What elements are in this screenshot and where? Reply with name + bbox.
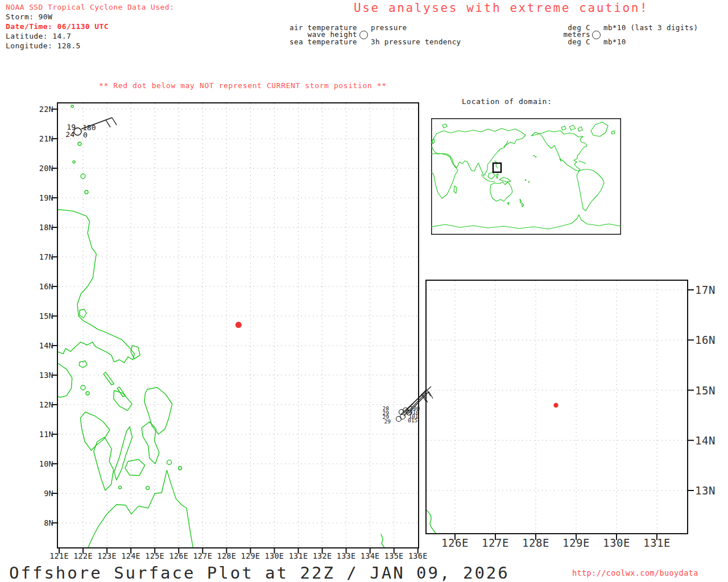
palau-coast [381, 534, 385, 548]
philippines-coastlines [57, 105, 385, 548]
x-tick-label: 132E [310, 551, 335, 560]
source-url: http://coolwx.com/buoydata [572, 568, 698, 577]
noaa-info-block: NOAA SSD Tropical Cyclone Data Used:Stor… [6, 2, 174, 51]
mindanao-coast [88, 470, 193, 548]
zoom-inset-ticks [455, 290, 694, 540]
noaa-info-line-4: Longitude: 128.5 [6, 41, 174, 51]
y-tick-label: 9N [33, 489, 53, 498]
x-tick-label: 128E [214, 551, 239, 560]
luzon-coast [57, 210, 134, 363]
storm-dot-main [235, 322, 242, 328]
islet [81, 174, 85, 178]
svg-text:29: 29 [384, 418, 391, 425]
y-tick-label: 8N [33, 518, 53, 527]
x-tick-label: 134E [358, 551, 383, 560]
zoom-storm-dot-layer [553, 403, 558, 408]
zoom-x-tick-label: 126E [437, 537, 473, 549]
y-tick-label: 10N [33, 459, 53, 468]
y-tick-label: 17N [33, 252, 53, 261]
y-tick-label: 16N [33, 282, 53, 291]
legend-sea-temperature: sea temperature [266, 38, 357, 46]
x-tick-label: 121E [47, 551, 72, 560]
legend-unit-mb10-bottom: mb*10 [603, 38, 626, 46]
legend-pressure: pressure [371, 23, 407, 32]
station-circle-icon [396, 417, 402, 422]
x-tick-label: 133E [334, 551, 359, 560]
station-plot-northwest: 19180240 [65, 118, 117, 139]
samar-coast [144, 388, 172, 434]
units-model-circle-icon [592, 31, 601, 39]
legend-pressure-tendency: 3h pressure tendency [371, 38, 461, 46]
x-tick-label: 136E [406, 551, 431, 560]
islet [71, 105, 73, 107]
zoom-y-tick-label: 17N [695, 284, 715, 296]
y-tick-label: 22N [33, 105, 53, 114]
leyte-coast [142, 422, 159, 464]
wind-barb-feather [106, 120, 110, 127]
station-model-circle-icon [359, 31, 368, 39]
legend-unit-degc-bottom: deg C [535, 38, 590, 46]
catanduanes-coast [131, 346, 140, 359]
islet [119, 486, 122, 489]
x-tick-label: 126E [166, 551, 191, 560]
x-tick-label: 127E [190, 551, 215, 560]
storm-dot-zoom [553, 403, 558, 408]
y-tick-label: 18N [33, 223, 53, 232]
svg-text:0: 0 [83, 131, 88, 139]
zoom-x-tick-label: 127E [477, 537, 514, 549]
y-tick-label: 14N [33, 341, 53, 350]
world-inset-title: Location of domain: [462, 97, 552, 106]
storm-position-warning: ** Red dot below may NOT represent CURRE… [99, 81, 387, 90]
noaa-info-line-1: Storm: 90W [6, 12, 174, 22]
y-tick-label: 12N [33, 400, 53, 409]
noaa-info-line-3: Latitude: 14.7 [6, 31, 174, 41]
svg-text:015: 015 [408, 417, 417, 423]
y-tick-label: 11N [33, 430, 53, 439]
cebu-coast [114, 427, 133, 480]
x-tick-label: 123E [94, 551, 119, 560]
noaa-info-line-0: NOAA SSD Tropical Cyclone Data Used: [6, 2, 174, 12]
x-tick-label: 131E [286, 551, 311, 560]
islet [85, 190, 88, 194]
x-tick-label: 130E [262, 551, 287, 560]
zoom-y-tick-label: 13N [695, 484, 715, 497]
zoom-x-tick-label: 130E [598, 537, 635, 549]
x-tick-label: 122E [71, 551, 96, 560]
samar-coast-snippet [425, 509, 436, 534]
zoom-inset-map [425, 280, 688, 534]
noaa-info-line-2: Date/Time: 06/1130 UTC [6, 22, 174, 31]
y-tick-label: 13N [33, 371, 53, 380]
y-tick-label: 19N [33, 193, 53, 202]
legend-unit-mb10-top: mb*10 (last 3 digits) [603, 23, 698, 32]
x-tick-label: 125E [142, 551, 167, 560]
islet [86, 392, 89, 395]
plot-title: Offshore Surface Plot at 22Z / JAN 09, 2… [9, 563, 510, 582]
islet [78, 142, 81, 146]
main-map-ticks [52, 109, 418, 554]
x-tick-label: 129E [238, 551, 263, 560]
zoom-y-tick-label: 16N [695, 334, 715, 346]
y-tick-label: 21N [33, 134, 53, 143]
masbate-coast [114, 390, 133, 410]
storm-dot-layer [235, 322, 242, 328]
panay-coast [81, 412, 110, 451]
wind-barb-feather [112, 118, 117, 125]
y-tick-label: 20N [33, 164, 53, 173]
world-inset-frame [432, 119, 621, 235]
bohol-coast [125, 459, 145, 476]
islet [167, 460, 172, 464]
x-tick-label: 124E [118, 551, 143, 560]
islet [179, 467, 182, 470]
screenshot-canvas: NOAA SSD Tropical Cyclone Data Used:Stor… [0, 0, 728, 582]
zoom-x-tick-label: 131E [639, 537, 675, 549]
world-inset-map [431, 118, 621, 235]
zoom-y-tick-label: 15N [695, 384, 715, 397]
burias-coast [104, 372, 114, 385]
mindoro-coast [57, 363, 72, 397]
svg-text:24: 24 [65, 130, 75, 139]
main-map: 19180240 28292929100010101015 [57, 102, 419, 548]
zoom-x-tick-label: 128E [518, 537, 554, 549]
islet [146, 487, 150, 490]
zoom-x-tick-label: 129E [558, 537, 594, 549]
zoom-y-tick-label: 14N [695, 434, 715, 447]
